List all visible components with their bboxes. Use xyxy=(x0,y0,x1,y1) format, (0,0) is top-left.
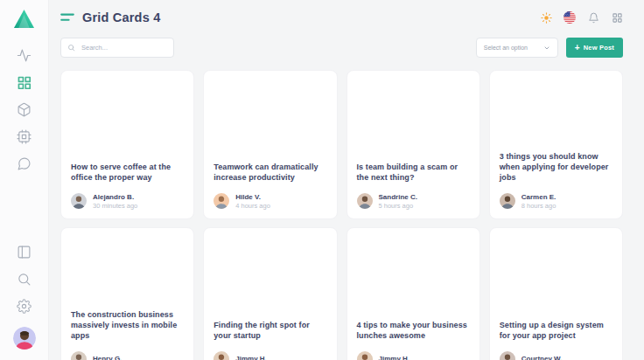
post-author-row: Carmen E. 8 hours ago xyxy=(500,193,612,211)
post-image-placeholder xyxy=(500,228,612,321)
plus-icon: + xyxy=(575,44,580,52)
toolbar: Select an option + New Post xyxy=(60,38,623,58)
author-avatar xyxy=(357,351,373,360)
post-card[interactable]: Finding the right spot for your startup … xyxy=(203,227,337,360)
layout-icon[interactable] xyxy=(11,239,38,266)
triangle-logo[interactable] xyxy=(12,8,36,30)
user-avatar[interactable] xyxy=(13,327,36,350)
author-name: Carmen E. xyxy=(522,193,556,201)
cpu-icon[interactable] xyxy=(11,123,38,150)
post-image-placeholder xyxy=(214,71,326,163)
post-timestamp: 5 hours ago xyxy=(379,202,417,210)
filter-select[interactable]: Select an option xyxy=(476,38,558,58)
page-title: Grid Cards 4 xyxy=(82,10,160,24)
post-image-placeholder xyxy=(71,228,184,310)
activity-icon[interactable] xyxy=(11,42,38,69)
new-post-button[interactable]: + New Post xyxy=(566,38,623,58)
post-author-row: Jimmy H. xyxy=(214,351,326,360)
cards-grid: How to serve coffee at the office the pr… xyxy=(60,70,623,360)
sidebar-nav xyxy=(11,42,38,177)
search-box[interactable] xyxy=(60,38,174,58)
toolbar-right: Select an option + New Post xyxy=(476,38,623,58)
author-name: Courtney W. xyxy=(522,355,563,360)
sidebar-bottom xyxy=(11,239,38,350)
author-avatar xyxy=(214,351,229,360)
app-window: Grid Cards 4 xyxy=(0,0,644,360)
post-image-placeholder xyxy=(357,228,470,321)
post-title[interactable]: 3 things you should know when applying f… xyxy=(500,152,612,183)
post-title[interactable]: Teamwork can dramatically increase produ… xyxy=(214,163,326,183)
post-title[interactable]: 4 tips to make your business lunches awe… xyxy=(357,321,470,342)
hamburger-icon[interactable] xyxy=(60,12,74,23)
chat-icon[interactable] xyxy=(11,150,38,177)
apps-grid-icon[interactable] xyxy=(611,11,623,24)
sidebar xyxy=(0,0,49,360)
post-author-row: Alejandro B. 30 minutes ago xyxy=(71,193,184,211)
post-image-placeholder xyxy=(214,228,326,321)
author-name: Jimmy H. xyxy=(235,355,267,360)
sun-icon[interactable] xyxy=(540,11,552,24)
author-name: Jimmy H. xyxy=(379,355,410,360)
post-card[interactable]: Setting up a design system for your app … xyxy=(489,227,623,360)
post-title[interactable]: The construction business massively inve… xyxy=(71,310,184,342)
post-card[interactable]: How to serve coffee at the office the pr… xyxy=(60,70,194,219)
post-image-placeholder xyxy=(357,71,470,163)
author-name: Hilde V. xyxy=(235,193,270,201)
settings-icon[interactable] xyxy=(11,293,38,320)
post-author-row: Courtney W. xyxy=(500,351,612,360)
main-area: Grid Cards 4 xyxy=(49,0,644,360)
author-name: Sandrine C. xyxy=(379,193,417,201)
post-image-placeholder xyxy=(500,71,612,152)
post-title[interactable]: How to serve coffee at the office the pr… xyxy=(71,163,184,183)
box-icon[interactable] xyxy=(11,96,38,123)
select-value: Select an option xyxy=(484,45,528,51)
post-author-row: Henry G. xyxy=(71,351,184,360)
author-avatar xyxy=(357,193,373,209)
post-author-row: Sandrine C. 5 hours ago xyxy=(357,193,470,211)
post-card[interactable]: Teamwork can dramatically increase produ… xyxy=(203,70,337,219)
header: Grid Cards 4 xyxy=(49,0,644,26)
search-icon xyxy=(67,44,75,52)
author-name: Henry G. xyxy=(93,355,122,360)
post-card[interactable]: 3 things you should know when applying f… xyxy=(489,70,623,219)
author-avatar xyxy=(214,193,229,209)
post-card[interactable]: The construction business massively inve… xyxy=(60,227,194,360)
post-title[interactable]: Finding the right spot for your startup xyxy=(214,321,326,342)
grid-icon[interactable] xyxy=(11,69,38,96)
header-icons xyxy=(540,11,623,24)
post-timestamp: 30 minutes ago xyxy=(93,202,137,210)
chevron-down-icon xyxy=(543,45,550,52)
search-icon[interactable] xyxy=(11,266,38,293)
post-image-placeholder xyxy=(71,71,184,163)
bell-icon[interactable] xyxy=(587,11,599,24)
author-avatar xyxy=(500,193,515,209)
post-card[interactable]: Is team building a scam or the next thin… xyxy=(346,70,480,219)
post-card[interactable]: 4 tips to make your business lunches awe… xyxy=(346,227,480,360)
post-title[interactable]: Setting up a design system for your app … xyxy=(500,321,612,342)
search-input[interactable] xyxy=(80,43,167,52)
post-author-row: Hilde V. 4 hours ago xyxy=(214,193,326,211)
post-timestamp: 4 hours ago xyxy=(235,202,270,210)
post-timestamp: 8 hours ago xyxy=(522,202,556,210)
post-title[interactable]: Is team building a scam or the next thin… xyxy=(357,163,470,183)
us-flag-icon[interactable] xyxy=(564,11,576,24)
author-avatar xyxy=(71,351,87,360)
author-name: Alejandro B. xyxy=(93,193,137,201)
author-avatar xyxy=(500,351,515,360)
author-avatar xyxy=(71,193,87,209)
post-author-row: Jimmy H. xyxy=(357,351,470,360)
